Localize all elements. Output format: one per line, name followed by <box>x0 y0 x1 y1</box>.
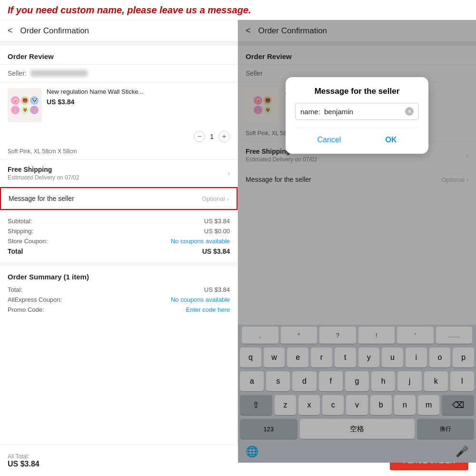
left-bottom-total-value: US $3.84 <box>8 460 40 463</box>
left-product-thumbnail: 🐷 🐻 🐼 🐰 🦊 🐹 <box>8 88 42 122</box>
left-shipping-title: Free Shipping <box>8 166 79 173</box>
left-product-name: New regulation Name Wall Sticke... <box>47 88 230 96</box>
left-qty-value: 1 <box>210 133 214 140</box>
banner-text: If you need custom name, please leave us… <box>8 5 251 15</box>
left-qty-row: − 1 + <box>0 128 238 146</box>
left-summary-aliexpress-row: AliExpress Coupon: No coupons available <box>0 295 238 305</box>
left-message-row[interactable]: Message for the seller Optional › <box>0 187 238 210</box>
dialog-overlay: Message for the seller ✕ Cancel OK <box>238 20 476 463</box>
left-product-info: New regulation Name Wall Sticke... US $3… <box>47 88 230 106</box>
left-qty-plus[interactable]: + <box>218 131 230 142</box>
left-totals: Subtotal: US $3.84 Shipping: US $0.00 St… <box>0 210 238 262</box>
left-subtotal-label: Subtotal: <box>8 218 32 225</box>
left-summary-total-value: US $3.84 <box>204 286 230 293</box>
left-coupon-value[interactable]: No coupons available <box>171 238 230 245</box>
left-order-review-label: Order Review <box>0 46 238 64</box>
left-total-row: Total US $3.84 <box>8 246 230 257</box>
left-promo-label: Promo Code: <box>8 306 44 313</box>
left-shipping-row: Free Shipping Estimated Delivery on 07/0… <box>0 160 238 187</box>
left-aliexpress-label: AliExpress Coupon: <box>8 296 62 303</box>
left-message-optional: Optional › <box>202 195 229 202</box>
left-seller-label: Seller: <box>8 69 27 77</box>
left-qty-minus[interactable]: − <box>194 131 205 142</box>
left-bottom-bar: All Total: US $3.84 PLACE ORDER <box>0 445 238 463</box>
right-panel: < Order Confirmation Order Review Seller… <box>238 20 476 463</box>
left-bottom-total-label: All Total: <box>8 453 40 460</box>
left-total-value: US $3.84 <box>202 248 230 255</box>
dialog-cancel-button[interactable]: Cancel <box>306 134 353 146</box>
left-coupon-label: Store Coupon: <box>8 238 48 245</box>
left-nav-title: Order Confirmation <box>20 26 89 36</box>
left-shipping-total-value: US $0.00 <box>204 228 230 235</box>
left-promo-row: Promo Code: Enter code here <box>0 305 238 315</box>
left-aliexpress-value[interactable]: No coupons available <box>171 296 230 303</box>
left-total-label: Total <box>8 248 23 255</box>
left-seller-blur <box>30 70 88 77</box>
dialog-input-row[interactable]: ✕ <box>295 103 419 120</box>
left-subtotal-value: US $3.84 <box>204 218 230 225</box>
left-bottom-total: All Total: US $3.84 <box>8 453 40 463</box>
left-shipping-total-row: Shipping: US $0.00 <box>8 226 230 236</box>
dialog-box: Message for the seller ✕ Cancel OK <box>286 77 428 154</box>
dialog-ok-button[interactable]: OK <box>374 134 408 146</box>
left-shipping-total-label: Shipping: <box>8 228 33 235</box>
dialog-title: Message for the seller <box>295 87 419 96</box>
left-product-row: 🐷 🐻 🐼 🐰 🦊 🐹 New regulation Name Wall Sti… <box>0 82 238 128</box>
left-order-summary-header: Order Summary (1 item) <box>0 266 238 285</box>
left-product-price: US $3.84 <box>47 98 230 106</box>
left-shipping-sub: Estimated Delivery on 07/02 <box>8 174 79 181</box>
dialog-input[interactable] <box>300 108 405 116</box>
dialog-clear-button[interactable]: ✕ <box>405 107 414 116</box>
left-back-button[interactable]: < <box>8 26 13 36</box>
left-subtotal-row: Subtotal: US $3.84 <box>8 216 230 226</box>
left-seller-row: Seller: <box>0 65 238 82</box>
left-panel: < Order Confirmation Order Review Seller… <box>0 20 238 463</box>
left-message-chevron: › <box>227 195 229 202</box>
left-promo-value[interactable]: Enter code here <box>186 306 230 313</box>
dialog-buttons: Cancel OK <box>295 128 419 146</box>
top-banner: If you need custom name, please leave us… <box>0 0 476 20</box>
left-summary-total-label: Total: <box>8 286 22 293</box>
left-variant: Soft Pink, XL 58cm X 58cm <box>0 146 238 159</box>
left-nav: < Order Confirmation <box>0 20 238 42</box>
left-summary-total-row: Total: US $3.84 <box>0 285 238 295</box>
left-coupon-row: Store Coupon: No coupons available <box>8 236 230 246</box>
left-message-label: Message for the seller <box>9 195 74 202</box>
left-shipping-chevron[interactable]: › <box>228 169 230 177</box>
